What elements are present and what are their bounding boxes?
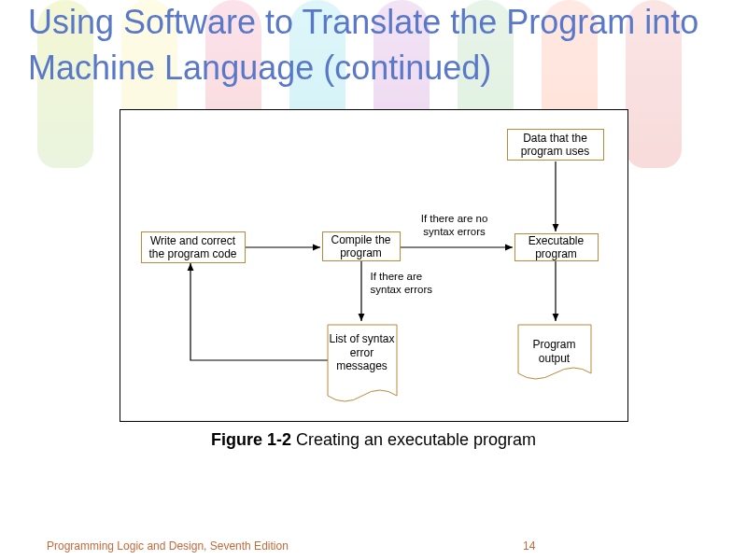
figure-caption: Figure 1-2 Creating an executable progra… xyxy=(0,429,747,451)
edge-label-has-errors: If there are syntax errors xyxy=(371,271,445,297)
edge-label-no-errors: If there are no syntax errors xyxy=(406,213,503,239)
node-program-output: Program output xyxy=(518,332,591,365)
node-executable: Executable program xyxy=(514,233,599,261)
slide-title: Using Software to Translate the Program … xyxy=(0,0,747,100)
footer-source: Programming Logic and Design, Seventh Ed… xyxy=(47,539,289,553)
node-error-list: List of syntax error messages xyxy=(328,327,397,372)
node-write-code: Write and correct the program code xyxy=(141,231,246,263)
node-compile: Compile the program xyxy=(322,231,401,261)
page-number: 14 xyxy=(523,539,535,553)
flowchart-figure: Write and correct the program code Compi… xyxy=(120,109,628,422)
figure-caption-text: Creating an executable program xyxy=(291,430,536,449)
node-data: Data that the program uses xyxy=(507,129,604,161)
figure-label: Figure 1-2 xyxy=(211,430,291,449)
